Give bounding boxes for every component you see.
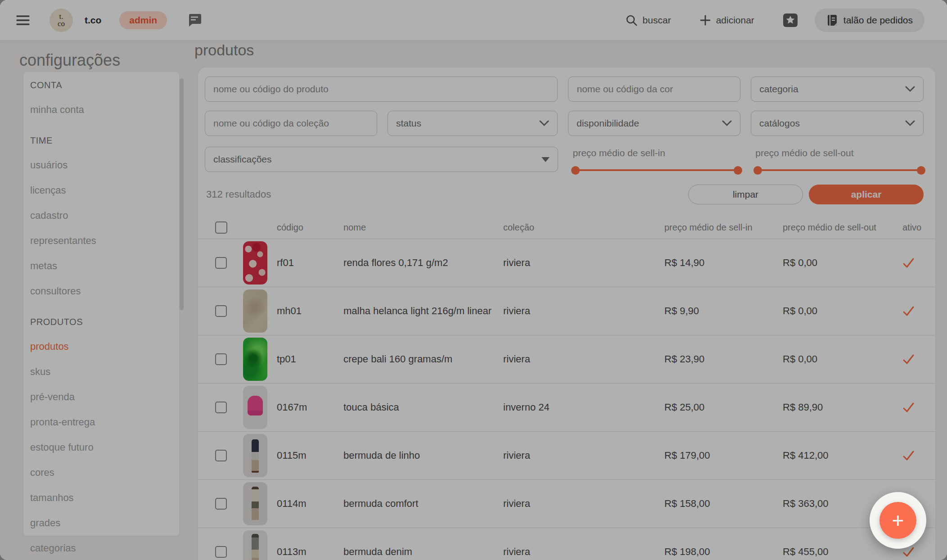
sellin-slider-label: preço médio de sell-in (573, 148, 741, 158)
active-check-icon (902, 257, 915, 269)
table-row[interactable]: 0114m bermuda comfort riviera R$ 158,00 … (198, 480, 935, 528)
status-select-label: status (396, 118, 421, 129)
sellin-slider-thumb-max[interactable] (734, 166, 742, 175)
topbar: t. co t.co admin (0, 0, 947, 40)
sidebar-title: configurações (19, 51, 120, 70)
table-row[interactable]: rf01 renda flores 0,171 g/m2 riviera R$ … (198, 239, 935, 287)
brand-name: t.co (85, 15, 101, 26)
cell-sellout: R$ 89,90 (783, 402, 902, 413)
sidebar-item-grades[interactable]: grades (30, 517, 174, 529)
cell-collection: riviera (503, 498, 664, 510)
filters: categoria status disponibilidade (198, 68, 935, 175)
sellout-slider-thumb-max[interactable] (917, 166, 925, 175)
chevron-down-icon (722, 120, 732, 126)
row-checkbox[interactable] (215, 257, 227, 269)
cell-active (902, 353, 935, 366)
cell-sellin: R$ 198,00 (664, 546, 783, 558)
sidebar-item-consultores[interactable]: consultores (30, 285, 174, 297)
products-panel: categoria status disponibilidade (198, 68, 935, 560)
menu-button[interactable] (16, 15, 30, 26)
brand-logo-line2: co (58, 20, 65, 27)
app-window: t. co t.co admin (0, 0, 947, 560)
cell-sellin: R$ 23,90 (664, 353, 783, 365)
sidebar-item-usu-rios[interactable]: usuários (30, 159, 174, 171)
table-row[interactable]: 0113m bermuda denim riviera R$ 198,00 R$… (198, 528, 935, 560)
row-checkbox[interactable] (215, 546, 227, 558)
row-checkbox[interactable] (215, 353, 227, 365)
sellin-slider-thumb-min[interactable] (571, 166, 580, 175)
table-row[interactable]: 0115m bermuda de linho riviera R$ 179,00… (198, 432, 935, 480)
apply-filters-button[interactable]: aplicar (809, 185, 924, 204)
select-all-checkbox[interactable] (215, 221, 227, 234)
sellin-price-slider: preço médio de sell-in (568, 147, 741, 175)
sidebar-item-pr-venda[interactable]: pré-venda (30, 391, 174, 403)
sidebar-item-pronta-entrega[interactable]: pronta-entrega (30, 416, 174, 428)
column-header-collection: coleção (503, 222, 664, 233)
sidebar-item-cores[interactable]: cores (30, 467, 174, 479)
category-select[interactable]: categoria (751, 77, 924, 102)
sidebar-item-produtos[interactable]: produtos (30, 341, 174, 352)
collection-search-input[interactable] (205, 111, 377, 136)
filter-row-3: classificações preço médio de sell-in pr… (205, 147, 924, 175)
product-thumbnail (243, 434, 267, 477)
chevron-down-icon (905, 86, 915, 92)
sellout-slider-track[interactable] (755, 166, 924, 175)
sidebar-section-header: PRODUTOS (30, 317, 174, 327)
brand-logo[interactable]: t. co (50, 9, 73, 32)
add-product-fab[interactable]: + (879, 502, 916, 539)
chat-button[interactable] (187, 13, 202, 28)
chat-icon (187, 13, 202, 28)
row-checkbox[interactable] (215, 450, 227, 461)
app-root: t. co t.co admin (0, 0, 947, 560)
cell-collection: riviera (503, 305, 664, 317)
cell-code: tp01 (277, 353, 343, 365)
table-row[interactable]: tp01 crepe bali 160 gramas/m riviera R$ … (198, 335, 935, 384)
sidebar-item-estoque-futuro[interactable]: estoque futuro (30, 442, 174, 453)
cell-code: 0113m (277, 546, 343, 558)
sidebar-item-minha-conta[interactable]: minha conta (30, 104, 174, 116)
sidebar-section-header: CONTA (30, 80, 174, 90)
role-badge: admin (119, 11, 167, 29)
row-checkbox[interactable] (215, 305, 227, 317)
product-search-input[interactable] (205, 77, 558, 102)
order-pad-button[interactable]: talão de pedidos (815, 9, 924, 32)
classifications-select[interactable]: classificações (205, 147, 558, 172)
sidebar-item-categorias[interactable]: categorias (30, 542, 174, 554)
sellout-slider-thumb-min[interactable] (753, 166, 762, 175)
cell-active (902, 546, 935, 558)
sidebar-item-licen-as[interactable]: licenças (30, 185, 174, 196)
cell-active (902, 305, 935, 317)
color-search-input[interactable] (568, 77, 740, 102)
favorites-button[interactable] (782, 13, 798, 28)
sidebar-scrollbar-thumb[interactable] (180, 78, 184, 310)
catalogs-select[interactable]: catálogos (751, 111, 924, 136)
search-button[interactable]: buscar (623, 14, 674, 27)
sidebar-item-skus[interactable]: skus (30, 366, 174, 378)
filter-row-2: status disponibilidade catálogos (205, 111, 924, 136)
clear-filters-button[interactable]: limpar (688, 185, 803, 204)
product-thumbnail (243, 241, 267, 285)
column-header-sellout: preço médio de sell-out (783, 222, 902, 233)
cell-sellout: R$ 0,00 (783, 305, 902, 317)
cell-name: bermuda denim (343, 546, 503, 558)
sidebar-item-metas[interactable]: metas (30, 260, 174, 272)
table-row[interactable]: 0167m touca básica inverno 24 R$ 25,00 R… (198, 384, 935, 432)
table-row[interactable]: mh01 malha helanca light 216g/m linear r… (198, 287, 935, 335)
cell-collection: inverno 24 (503, 402, 664, 413)
sidebar-item-tamanhos[interactable]: tamanhos (30, 492, 174, 504)
sidebar-item-cadastro[interactable]: cadastro (30, 210, 174, 221)
row-checkbox[interactable] (215, 498, 227, 510)
cell-collection: riviera (503, 353, 664, 365)
add-button[interactable]: adicionar (697, 14, 757, 26)
status-select[interactable]: status (388, 111, 558, 136)
sellin-slider-track[interactable] (573, 166, 741, 175)
star-ticket-icon (782, 13, 798, 28)
row-checkbox[interactable] (215, 402, 227, 413)
active-check-icon (902, 450, 915, 462)
table-header: código nome coleção preço médio de sell-… (198, 216, 935, 239)
dropdown-arrow-icon (541, 157, 550, 162)
sidebar-item-representantes[interactable]: representantes (30, 235, 174, 247)
active-check-icon (902, 353, 915, 366)
chevron-down-icon (539, 120, 549, 126)
availability-select[interactable]: disponibilidade (568, 111, 740, 136)
